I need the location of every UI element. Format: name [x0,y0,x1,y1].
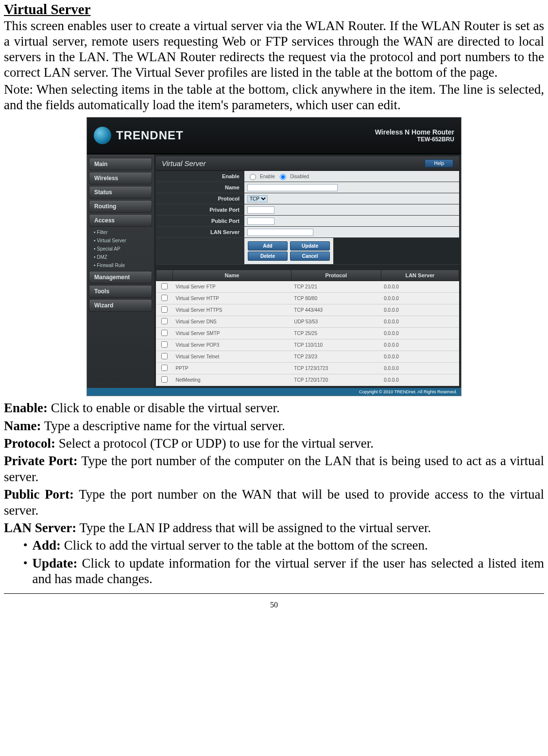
row-name: Virtual Server DNS [173,316,291,328]
menu-main[interactable]: Main [89,158,152,170]
sub-dmz[interactable]: DMZ [87,253,154,261]
row-checkbox[interactable] [161,365,168,371]
th-lan: LAN Server [381,270,459,281]
help-button[interactable]: Help [425,159,453,168]
row-lan: 0.0.0.0 [381,304,459,316]
row-name: NetMeeting [173,374,291,386]
row-name: Virtual Server POP3 [173,339,291,351]
def-lan-t: Type the LAN IP address that will be ass… [76,521,431,535]
row-checkbox[interactable] [161,283,168,289]
table-row[interactable]: NetMeetingTCP 1720/17200.0.0.0 [156,374,459,386]
note-para: Note: When selecting items in the table … [4,82,544,113]
menu-wizard[interactable]: Wizard [89,299,152,312]
cancel-button[interactable]: Cancel [290,252,330,261]
menu-management[interactable]: Management [89,271,152,284]
sub-vserver[interactable]: Virtual Server [87,236,154,245]
private-port-input[interactable] [247,206,274,214]
table-row[interactable]: Virtual Server SMTPTCP 25/250.0.0.0 [156,328,459,339]
menu-access[interactable]: Access [89,214,152,227]
row-checkbox[interactable] [161,353,168,359]
row-checkbox[interactable] [161,376,168,383]
row-name: Virtual Server HTTPS [173,304,291,316]
def-enable-h: Enable: [4,401,48,415]
enable-opt2: Disabled [290,174,309,179]
protocol-label: Protocol [156,193,244,204]
table-row[interactable]: Virtual Server TelnetTCP 23/230.0.0.0 [156,351,459,363]
row-lan: 0.0.0.0 [381,328,459,339]
sub-firewall[interactable]: Firewall Rule [87,261,154,269]
banner: TRENDNET Wireless N Home Router TEW-652B… [87,118,461,154]
def-public-h: Public Port: [4,487,74,502]
lan-server-input[interactable] [247,229,313,236]
enable-label: Enable [156,171,244,182]
name-input[interactable] [247,184,338,191]
th-protocol: Protocol [291,270,381,281]
router-screenshot: TRENDNET Wireless N Home Router TEW-652B… [86,117,462,396]
enable-opt1: Enable [260,174,275,179]
bul-add-t: Click to add the virtual server to the t… [61,538,428,553]
def-public-t: Type the port number on the WAN that wil… [4,487,544,517]
row-lan: 0.0.0.0 [381,281,459,293]
row-protocol: TCP 443/443 [291,304,381,316]
row-name: Virtual Server HTTP [173,293,291,304]
update-button[interactable]: Update [290,241,330,251]
sidebar: Main Wireless Status Routing Access Filt… [87,154,154,388]
def-protocol-h: Protocol: [4,436,55,451]
bul-add-h: Add: [32,538,61,553]
table-row[interactable]: Virtual Server HTTPSTCP 443/4430.0.0.0 [156,304,459,316]
row-checkbox[interactable] [161,295,168,301]
row-checkbox[interactable] [161,330,168,336]
public-port-input[interactable] [247,218,274,225]
menu-status[interactable]: Status [89,186,152,199]
sub-specialap[interactable]: Special AP [87,245,154,253]
section-title: Virtual Server [4,1,544,17]
table-row[interactable]: Virtual Server FTPTCP 21/210.0.0.0 [156,281,459,293]
row-protocol: TCP 1723/1723 [291,363,381,374]
table-row[interactable]: Virtual Server HTTPTCP 80/800.0.0.0 [156,293,459,304]
def-lan-h: LAN Server: [4,521,76,535]
banner-line2: TEW-652BRU [375,136,454,143]
bul-update-h: Update: [32,556,77,571]
logo-icon [94,127,111,144]
bullet-icon: ● [23,540,27,553]
row-protocol: TCP 110/110 [291,339,381,351]
row-checkbox[interactable] [161,318,168,324]
virtual-server-table: Name Protocol LAN Server Virtual Server … [156,269,459,386]
row-protocol: TCP 1720/1720 [291,374,381,386]
def-protocol-t: Select a protocol (TCP or UDP) to use fo… [55,436,374,451]
row-checkbox[interactable] [161,306,168,313]
row-protocol: TCP 23/23 [291,351,381,363]
menu-wireless[interactable]: Wireless [89,172,152,185]
row-protocol: TCP 25/25 [291,328,381,339]
def-private-h: Private Port: [4,454,78,468]
th-name: Name [173,270,291,281]
table-row[interactable]: Virtual Server DNSUDP 53/530.0.0.0 [156,316,459,328]
def-name-t: Type a descriptive name for the virtual … [41,419,285,433]
table-row[interactable]: Virtual Server POP3TCP 110/1100.0.0.0 [156,339,459,351]
panel-title-text: Virtual Server [162,159,206,168]
delete-button[interactable]: Delete [248,252,288,261]
table-row[interactable]: PPTPTCP 1723/17230.0.0.0 [156,363,459,374]
def-name-h: Name: [4,419,41,433]
row-protocol: UDP 53/53 [291,316,381,328]
row-protocol: TCP 21/21 [291,281,381,293]
def-private-t: Type the port number of the computer on … [4,454,544,484]
name-label: Name [156,182,244,193]
row-protocol: TCP 80/80 [291,293,381,304]
add-button[interactable]: Add [248,241,288,251]
menu-routing[interactable]: Routing [89,200,152,213]
sub-filter[interactable]: Filter [87,228,154,236]
row-name: PPTP [173,363,291,374]
main-panel: Virtual Server Help Enable Enable Disabl… [154,154,461,388]
copyright: Copyright © 2010 TRENDnet. All Rights Re… [87,388,461,396]
bul-update-t: Click to update information for the virt… [32,556,544,586]
protocol-select[interactable]: TCP [247,195,268,202]
menu-tools[interactable]: Tools [89,285,152,298]
intro-para: This screen enables user to create a vir… [4,18,544,80]
enable-radio-disabled[interactable] [280,174,286,180]
enable-radio-enable[interactable] [250,174,256,180]
row-name: Virtual Server SMTP [173,328,291,339]
page-number: 50 [4,601,544,609]
row-checkbox[interactable] [161,341,168,348]
row-name: Virtual Server FTP [173,281,291,293]
